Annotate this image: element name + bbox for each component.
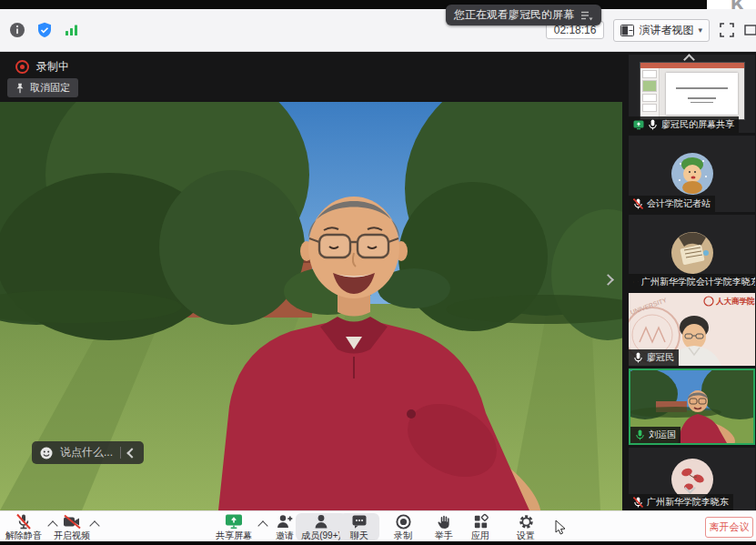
tile-name-badge: 会计学院记者站 — [629, 196, 715, 212]
tile-name-badge: 廖冠民 — [629, 349, 679, 366]
unpin-label: 取消固定 — [30, 81, 70, 95]
tile-name-badge: 广州新华学院李晓东 — [629, 494, 733, 510]
mic-muted-icon — [633, 198, 643, 209]
settings-button[interactable]: 设置 — [506, 513, 546, 540]
settings-label: 设置 — [517, 531, 535, 540]
unmute-label: 解除静音 — [5, 531, 42, 540]
network-signal-icon[interactable] — [64, 23, 80, 37]
record-button[interactable]: 录制 — [383, 513, 423, 540]
school-brand-text: 人大商学院 — [715, 297, 755, 306]
recording-label: 录制中 — [36, 59, 69, 75]
mic-muted-icon — [633, 497, 643, 508]
mic-on-icon — [633, 352, 643, 363]
recording-dot-icon — [15, 60, 29, 74]
participant-name: 广州新华学院会计学院李晓东 — [641, 276, 755, 288]
emoji-icon[interactable] — [40, 447, 53, 459]
pin-icon — [15, 83, 25, 94]
tile-name-badge: 廖冠民的屏幕共享 — [629, 116, 739, 133]
tile-participant[interactable]: 广州新华学院李晓东 — [629, 448, 755, 510]
share-screen-icon — [224, 513, 244, 530]
tile-name-badge: 广州新华学院会计学院李晓东 — [629, 274, 755, 290]
start-video-label: 开启视频 — [54, 531, 90, 540]
screen-watch-text: 您正在观看廖冠民的屏幕 — [454, 7, 574, 23]
view-mode-button[interactable]: 演讲者视图 ▾ — [613, 19, 710, 42]
encryption-shield-icon[interactable] — [36, 22, 53, 38]
meeting-main: 录制中 取消固定 — [0, 53, 756, 510]
chat-input-placeholder[interactable]: 说点什么... — [60, 445, 113, 460]
raise-hand-icon — [436, 513, 453, 530]
participant-name: 廖冠民的屏幕共享 — [661, 118, 734, 131]
camera-off-icon — [62, 513, 82, 530]
meeting-controls-bar: 解除静音 开启视频 共享屏幕 — [0, 510, 756, 541]
collapse-chat-icon[interactable] — [126, 448, 136, 458]
participants-sidebar: 廖冠民的屏幕共享 — [628, 53, 756, 510]
chevron-down-icon: ▾ — [698, 25, 702, 35]
raise-hand-button[interactable]: 举手 — [424, 513, 464, 540]
participant-name: 会计学院记者站 — [647, 197, 711, 210]
invite-label: 邀请 — [276, 531, 294, 540]
person-icon — [633, 277, 634, 288]
screen-watch-banner[interactable]: 您正在观看廖冠民的屏幕 — [446, 5, 601, 25]
mic-muted-icon — [15, 513, 33, 530]
record-label: 录制 — [394, 531, 412, 540]
start-video-button[interactable]: 开启视频 — [49, 513, 95, 540]
mouse-cursor — [555, 520, 568, 536]
chat-button[interactable]: 聊天 — [339, 513, 379, 540]
apps-icon — [472, 513, 489, 530]
tile-participant[interactable]: 会计学院记者站 — [629, 136, 755, 212]
speaker-view-icon — [620, 25, 634, 36]
participant-name: 刘运国 — [649, 429, 676, 441]
bottom-strip — [0, 541, 756, 545]
participant-name: 廖冠民 — [647, 351, 674, 364]
meeting-window: K 您正在观看廖冠民的屏幕 — [0, 0, 756, 545]
invite-icon — [276, 513, 294, 530]
mic-speaking-icon — [635, 429, 645, 440]
tile-name-badge: 刘运国 — [630, 427, 680, 443]
shared-screen-preview — [640, 62, 745, 120]
gear-icon — [518, 513, 535, 530]
participant-name: 广州新华学院李晓东 — [647, 496, 729, 509]
mic-on-icon — [648, 119, 658, 130]
tile-participant[interactable]: 广州新华学院会计学院李晓东 — [629, 215, 755, 290]
view-options-icon[interactable] — [580, 10, 593, 21]
chat-icon — [350, 513, 368, 530]
share-screen-label: 共享屏幕 — [216, 531, 252, 540]
window-title-strip — [0, 0, 756, 9]
quick-chat-bar[interactable]: 说点什么... — [32, 441, 144, 464]
unmute-button[interactable]: 解除静音 — [0, 513, 47, 540]
speaker-stage: 录制中 取消固定 — [0, 53, 628, 510]
meeting-info-icon[interactable] — [9, 22, 25, 38]
share-screen-button[interactable]: 共享屏幕 — [210, 513, 257, 540]
raise-hand-label: 举手 — [435, 531, 453, 540]
watermark-letter: K — [731, 0, 746, 9]
fullscreen-icon[interactable] — [719, 22, 735, 38]
topbar-left-group — [9, 9, 80, 51]
divider — [120, 447, 121, 459]
tile-active-speaker[interactable]: 刘运国 — [629, 368, 755, 445]
chat-label: 聊天 — [350, 531, 368, 540]
tile-participant[interactable]: UNIVERSITY 人大商学院 — [629, 293, 755, 366]
record-icon — [395, 513, 412, 530]
apps-label: 应用 — [471, 531, 489, 540]
tile-screen-share[interactable]: 廖冠民的屏幕共享 — [629, 55, 755, 133]
watermark-logo: K — [707, 0, 756, 9]
leave-meeting-button[interactable]: 离开会议 — [705, 517, 753, 538]
participants-label: 成员(99+) — [301, 531, 341, 540]
screen-share-icon — [633, 119, 644, 130]
unpin-button[interactable]: 取消固定 — [7, 78, 78, 97]
view-mode-label: 演讲者视图 — [639, 23, 693, 38]
participants-icon — [312, 513, 330, 530]
window-icon[interactable] — [744, 24, 756, 36]
apps-button[interactable]: 应用 — [460, 513, 500, 540]
recording-indicator: 录制中 — [15, 59, 69, 75]
meeting-topbar: 02:18:16 演讲者视图 ▾ — [0, 9, 756, 52]
